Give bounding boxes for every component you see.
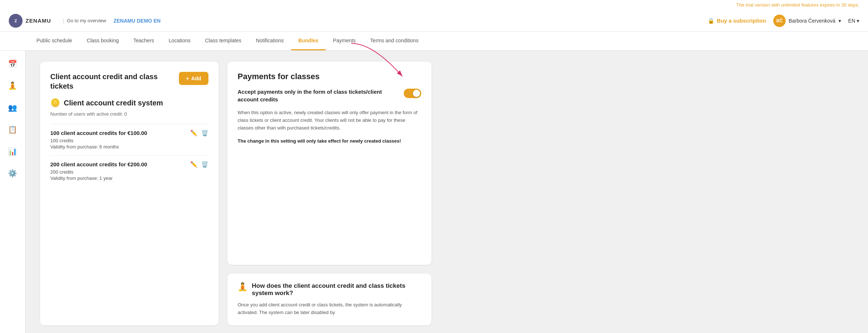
left-card: Client account credit and class tickets … xyxy=(40,62,219,325)
lang-label: EN xyxy=(848,18,855,24)
sidebar-clipboard-icon[interactable]: 📋 xyxy=(5,122,20,137)
nav-bundles[interactable]: Bundles xyxy=(291,32,326,50)
sidebar-calendar-icon[interactable]: 📅 xyxy=(5,57,20,71)
how-text: Once you add client account credit or cl… xyxy=(238,301,421,317)
how-title: How does the client account credit and c… xyxy=(252,282,421,297)
credit-item-2-detail: 200 credits xyxy=(50,169,208,175)
header: Z ZENAMU | Go to my overview ZENAMU DEMO… xyxy=(0,10,868,32)
plus-icon: + xyxy=(186,75,189,81)
payments-card-title: Payments for classes xyxy=(238,72,421,81)
how-header: 🧘 How does the client account credit and… xyxy=(238,282,421,297)
nav-payments[interactable]: Payments xyxy=(326,32,363,50)
sidebar-chart-icon[interactable]: 📊 xyxy=(5,144,20,159)
toggle-thumb xyxy=(413,90,420,97)
user-menu-button[interactable]: BČ Barbora Červenková ▾ xyxy=(773,15,841,27)
sidebar-person-icon[interactable]: 🧘 xyxy=(5,78,20,93)
active-credit-subtitle: Number of users with active credit: 0 xyxy=(50,111,208,117)
nav-notifications[interactable]: Notifications xyxy=(249,32,291,50)
toggle-track[interactable] xyxy=(404,89,421,98)
overview-link[interactable]: Go to my overview xyxy=(67,18,106,23)
avatar: BČ xyxy=(773,15,786,27)
chevron-down-icon: ▾ xyxy=(838,18,841,24)
toggle-label: Accept payments only in the form of clas… xyxy=(238,88,398,103)
lock-icon: 🔒 xyxy=(708,18,715,24)
logo-text: ZENAMU xyxy=(26,18,51,24)
credit-system-title: Client account credit system xyxy=(64,99,163,107)
right-column: Payments for classes Accept payments onl… xyxy=(227,62,431,325)
credit-item-1-title: 100 client account credits for €100.00 xyxy=(50,130,147,136)
credit-item-2-header: 200 client account credits for €200.00 ✏… xyxy=(50,161,208,168)
nav-bar: Public schedule Class booking Teachers L… xyxy=(0,32,868,51)
credit-item-1-validity: Validity from purchase: 6 months xyxy=(50,144,208,150)
card-header: Client account credit and class tickets … xyxy=(50,72,208,91)
how-card: 🧘 How does the client account credit and… xyxy=(227,274,431,325)
add-button[interactable]: + Add xyxy=(179,72,208,85)
logo-initials: Z xyxy=(15,19,17,23)
sidebar-settings-icon[interactable]: ⚙️ xyxy=(5,166,20,181)
avatar-initials: BČ xyxy=(776,18,782,23)
nav-public-schedule[interactable]: Public schedule xyxy=(29,32,79,50)
credit-item-2-validity: Validity from purchase: 1 year xyxy=(50,175,208,181)
toggle-row: Accept payments only in the form of clas… xyxy=(238,88,421,103)
credit-item-2-title: 200 client account credits for €200.00 xyxy=(50,161,147,167)
language-button[interactable]: EN ▾ xyxy=(848,18,859,24)
content: Client account credit and class tickets … xyxy=(26,51,868,333)
buy-btn-label: Buy a subscription xyxy=(717,18,766,24)
credit-item-2: 200 client account credits for €200.00 ✏… xyxy=(50,155,208,187)
logo-icon: Z xyxy=(9,14,23,28)
nav-class-booking[interactable]: Class booking xyxy=(79,32,126,50)
credit-system-heading: 🪙 Client account credit system xyxy=(50,98,208,108)
edit-icon-2[interactable]: ✏️ xyxy=(190,161,198,168)
credit-item-1: 100 client account credits for €100.00 ✏… xyxy=(50,124,208,155)
how-icon: 🧘 xyxy=(238,282,247,292)
credit-item-1-actions: ✏️ 🗑️ xyxy=(190,129,208,136)
nav-locations[interactable]: Locations xyxy=(161,32,198,50)
trial-banner: The trial version with unlimited feature… xyxy=(0,0,868,10)
main-layout: 📅 🧘 👥 📋 📊 ⚙️ Client account credit and c… xyxy=(0,51,868,333)
payments-card: Payments for classes Accept payments onl… xyxy=(227,62,431,265)
sidebar: 📅 🧘 👥 📋 📊 ⚙️ xyxy=(0,51,26,333)
delete-icon-2[interactable]: 🗑️ xyxy=(201,161,208,168)
nav-teachers[interactable]: Teachers xyxy=(126,32,161,50)
coin-icon: 🪙 xyxy=(50,98,60,108)
left-card-title: Client account credit and class tickets xyxy=(50,72,179,91)
demo-text: ZENAMU DEMO EN xyxy=(113,18,160,24)
buy-subscription-button[interactable]: 🔒 Buy a subscription xyxy=(708,18,766,24)
lang-chevron-icon: ▾ xyxy=(857,18,859,24)
trial-text: The trial version with unlimited feature… xyxy=(736,2,859,8)
sidebar-group-icon[interactable]: 👥 xyxy=(5,100,20,115)
logo: Z ZENAMU xyxy=(9,14,51,28)
payments-description: When this option is active, newly create… xyxy=(238,109,421,132)
payments-warning: The change in this setting will only tak… xyxy=(238,138,421,145)
header-right: 🔒 Buy a subscription BČ Barbora Červenko… xyxy=(708,15,859,27)
delete-icon-1[interactable]: 🗑️ xyxy=(201,129,208,136)
credit-item-1-header: 100 client account credits for €100.00 ✏… xyxy=(50,129,208,136)
payments-toggle[interactable] xyxy=(404,89,421,98)
edit-icon-1[interactable]: ✏️ xyxy=(190,129,198,136)
credit-item-2-actions: ✏️ 🗑️ xyxy=(190,161,208,168)
user-name: Barbora Červenková xyxy=(789,18,835,24)
nav-class-templates[interactable]: Class templates xyxy=(198,32,249,50)
nav-terms[interactable]: Terms and conditions xyxy=(363,32,426,50)
header-divider: | xyxy=(63,18,64,24)
credit-item-1-detail: 100 credits xyxy=(50,138,208,143)
add-btn-label: Add xyxy=(191,75,201,81)
